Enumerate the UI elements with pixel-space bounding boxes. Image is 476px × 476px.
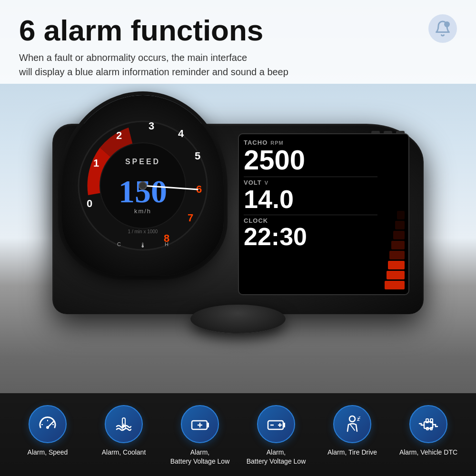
- bar-4: [389, 251, 405, 259]
- svg-rect-31: [207, 423, 209, 427]
- svg-point-18: [139, 182, 147, 189]
- svg-text:z: z: [358, 415, 361, 420]
- alarm-icon-dtc: [409, 405, 447, 443]
- subtitle-line2: will display a blue alarm information re…: [19, 67, 288, 77]
- bar-chart: [383, 139, 405, 289]
- alarm-item-battery1: Alarm,Battery Voltage Low: [167, 405, 233, 466]
- left-gauge: 0 1 2 3 4 5 6 7 8 SPEED 150 km/: [62, 95, 224, 276]
- alarm-coolant-label: Alarm, Coolant: [102, 448, 146, 457]
- bar-5: [391, 241, 405, 249]
- subtitle: When a fault or abnormality occurs, the …: [19, 50, 457, 79]
- driver-icon: z z: [341, 413, 363, 435]
- svg-text:5: 5: [195, 150, 200, 162]
- alarm-icon-battery1: [181, 405, 219, 443]
- tacho-row: TACHO RPM 2500: [244, 139, 377, 174]
- volt-row: VOLT V 14.0: [244, 179, 377, 212]
- svg-text:!: !: [446, 23, 448, 28]
- alarm-battery1-label: Alarm,Battery Voltage Low: [170, 448, 230, 466]
- clock-value: 22:30: [244, 224, 377, 249]
- alarm-dtc-label: Alarm, Vehicle DTC: [399, 448, 457, 457]
- bar-7: [395, 221, 405, 229]
- engine-icon: [417, 413, 439, 435]
- device-base: [190, 305, 286, 333]
- bar-2: [387, 271, 405, 279]
- bell-icon-container: !: [428, 14, 457, 43]
- alarm-speed-label: Alarm, Speed: [28, 448, 68, 457]
- bar-1: [385, 281, 405, 289]
- gauge-inner: 0 1 2 3 4 5 6 7 8 SPEED 150 km/: [76, 119, 209, 252]
- alarm-item-dtc: Alarm, Vehicle DTC: [395, 405, 462, 457]
- battery-plus-icon: [265, 413, 287, 435]
- device-container: TACHO RPM 2500 VOLT V 14.0: [52, 105, 424, 333]
- svg-line-40: [350, 425, 355, 430]
- alarm-icon-coolant: [105, 405, 143, 443]
- alarm-item-tire: z z Alarm, Tire Drive: [319, 405, 386, 457]
- svg-text:2: 2: [116, 129, 122, 141]
- tacho-value: 2500: [244, 146, 377, 174]
- svg-text:SPEED: SPEED: [125, 158, 160, 166]
- bell-icon: !: [434, 20, 451, 37]
- alarm-item-coolant: Alarm, Coolant: [90, 405, 157, 457]
- svg-point-39: [349, 416, 355, 422]
- alarm-icon-battery2: [257, 405, 295, 443]
- coolant-icon: [113, 413, 135, 435]
- volt-value: 14.0: [244, 186, 377, 212]
- svg-text:km/h: km/h: [134, 208, 151, 215]
- alarm-icon-tire: z z: [333, 405, 371, 443]
- top-section: 6 alarm functions When a fault or abnorm…: [0, 0, 476, 84]
- svg-text:C: C: [117, 241, 121, 247]
- clock-row: CLOCK 22:30: [244, 217, 377, 249]
- alarm-icon-speed: [29, 405, 67, 443]
- svg-text:3: 3: [149, 120, 154, 132]
- right-display: TACHO RPM 2500 VOLT V 14.0: [238, 133, 409, 295]
- svg-text:1: 1: [93, 157, 99, 169]
- svg-text:7: 7: [188, 212, 193, 224]
- svg-text:🌡: 🌡: [139, 241, 146, 249]
- alarm-item-battery2: Alarm,Battery Voltage Low: [243, 405, 309, 466]
- svg-point-23: [46, 426, 49, 429]
- page-title: 6 alarm functions: [19, 14, 457, 47]
- svg-text:H: H: [165, 241, 169, 247]
- bar-3: [388, 261, 405, 269]
- gauge-svg: 0 1 2 3 4 5 6 7 8 SPEED 150 km/: [76, 119, 209, 252]
- alarm-item-speed: Alarm, Speed: [14, 405, 81, 457]
- alarm-tire-label: Alarm, Tire Drive: [327, 448, 377, 457]
- svg-text:1 / min x 1000: 1 / min x 1000: [128, 229, 158, 234]
- alarm-battery2-label: Alarm,Battery Voltage Low: [247, 448, 306, 466]
- svg-text:0: 0: [87, 198, 92, 209]
- alarm-section: Alarm, Speed Alarm, Coolant: [0, 393, 476, 476]
- device-section: TACHO RPM 2500 VOLT V 14.0: [0, 76, 476, 362]
- divider-2: [244, 215, 377, 215]
- battery-icon: [189, 413, 211, 435]
- svg-text:4: 4: [178, 128, 184, 139]
- speedometer-icon: [37, 413, 59, 435]
- divider-1: [244, 177, 377, 177]
- bar-8: [397, 211, 405, 219]
- svg-text:150: 150: [119, 173, 167, 209]
- svg-rect-35: [283, 423, 285, 427]
- subtitle-line1: When a fault or abnormality occurs, the …: [19, 52, 247, 63]
- bar-6: [393, 231, 405, 239]
